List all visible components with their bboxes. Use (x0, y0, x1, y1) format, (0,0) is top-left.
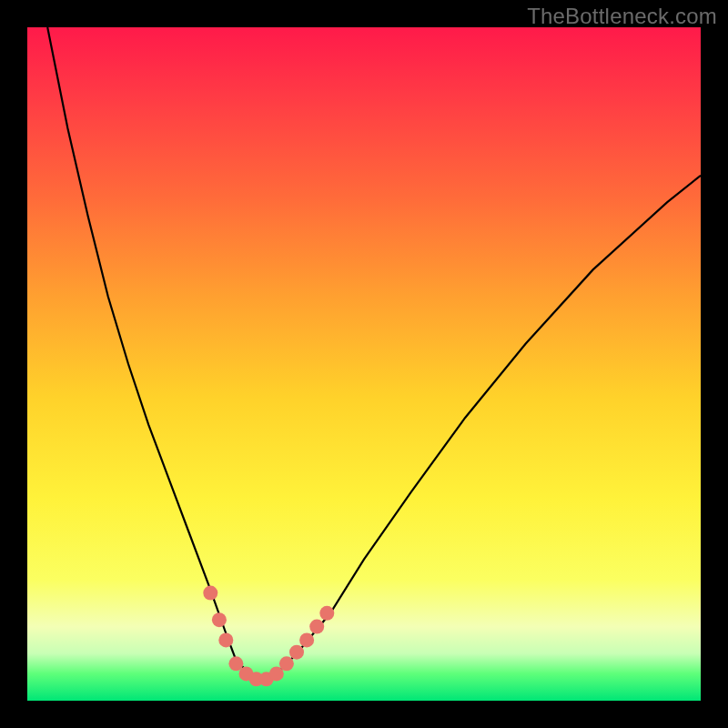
dot-right-4 (309, 620, 324, 634)
chart-svg (27, 27, 701, 701)
chart-frame: TheBottleneck.com (0, 0, 728, 728)
dot-bottom-4 (259, 672, 274, 686)
bottleneck-curve (47, 27, 701, 681)
dot-left-upper (203, 586, 217, 601)
dot-right-5 (319, 606, 334, 621)
dot-left-2 (218, 632, 233, 647)
dot-bottom-3 (249, 672, 264, 686)
marker-group (203, 586, 334, 687)
dot-bottom-2 (239, 666, 254, 681)
dot-bottom-5 (269, 666, 284, 681)
watermark-text: TheBottleneck.com (527, 4, 717, 29)
dot-bottom-1 (228, 656, 243, 671)
dot-left-1 (212, 612, 227, 627)
dot-right-3 (299, 632, 314, 647)
plot-area (27, 27, 701, 701)
dot-right-2 (289, 645, 304, 660)
dot-right-1 (279, 656, 294, 671)
